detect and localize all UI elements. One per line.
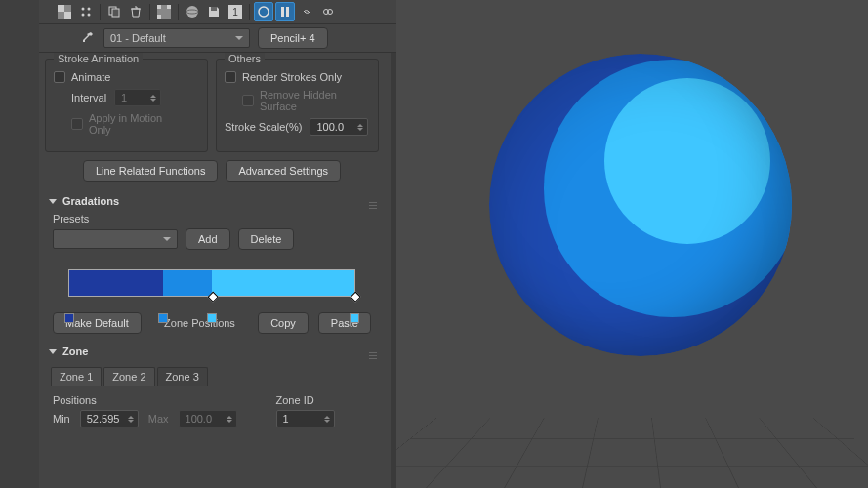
svg-rect-8 bbox=[112, 9, 119, 17]
zone-tab[interactable]: Zone 2 bbox=[103, 367, 154, 386]
eyedropper-icon[interactable] bbox=[78, 29, 96, 47]
zone-header[interactable]: Zone bbox=[39, 340, 385, 363]
animate-label: Animate bbox=[71, 71, 110, 83]
max-input: 100.0 bbox=[179, 410, 237, 427]
svg-point-13 bbox=[186, 6, 198, 18]
tool-column-active-icon[interactable] bbox=[275, 2, 295, 21]
presets-label: Presets bbox=[53, 213, 89, 224]
interval-label: Interval bbox=[71, 92, 106, 103]
stroke-animation-title: Stroke Animation bbox=[54, 53, 143, 64]
svg-rect-2 bbox=[64, 12, 71, 19]
collapse-triangle-icon bbox=[49, 349, 57, 354]
svg-point-4 bbox=[88, 8, 91, 11]
toon-sphere bbox=[489, 54, 792, 356]
3d-viewport[interactable] bbox=[396, 0, 868, 488]
svg-point-18 bbox=[259, 7, 269, 17]
viewport-grid bbox=[396, 418, 868, 488]
remove-hidden-checkbox bbox=[242, 95, 254, 106]
pencil-button[interactable]: Pencil+ 4 bbox=[258, 27, 328, 49]
interval-input[interactable]: 1 bbox=[114, 89, 161, 106]
tool-link-icon[interactable] bbox=[297, 2, 316, 21]
apply-motion-checkbox bbox=[71, 118, 83, 130]
tool-link2-icon[interactable] bbox=[318, 2, 338, 21]
tool-sphere-icon[interactable] bbox=[183, 2, 202, 21]
tool-copy-icon[interactable] bbox=[104, 2, 124, 21]
positions-label: Positions bbox=[53, 394, 237, 406]
zone-tab[interactable]: Zone 3 bbox=[157, 367, 208, 386]
svg-text:1: 1 bbox=[232, 7, 238, 18]
gradient-segment[interactable] bbox=[69, 270, 163, 296]
stroke-scale-input[interactable]: 100.0 bbox=[310, 118, 368, 136]
zone-id-label: Zone ID bbox=[276, 394, 335, 406]
tool-trash-icon[interactable] bbox=[126, 2, 145, 21]
tool-save-icon[interactable] bbox=[204, 2, 224, 21]
remove-hidden-label: Remove Hidden Surface bbox=[260, 89, 357, 112]
left-panel: Stroke Animation Animate Interval 1 Appl… bbox=[39, 53, 391, 488]
stroke-scale-label: Stroke Scale(%) bbox=[225, 121, 302, 133]
others-group: Others Render Strokes Only Remove Hidden… bbox=[216, 59, 379, 152]
presets-dropdown[interactable] bbox=[53, 229, 178, 249]
animate-checkbox[interactable] bbox=[54, 71, 65, 83]
tool-grid-a-icon[interactable] bbox=[154, 2, 174, 21]
max-label: Max bbox=[148, 413, 169, 425]
line-functions-button[interactable]: Line Related Functions bbox=[83, 160, 219, 182]
tool-circle-active-icon[interactable] bbox=[254, 2, 273, 21]
svg-rect-19 bbox=[281, 7, 284, 17]
copy-button[interactable]: Copy bbox=[258, 312, 309, 334]
tool-checker-icon[interactable] bbox=[55, 2, 74, 21]
svg-rect-20 bbox=[286, 7, 289, 17]
gradations-header[interactable]: Gradations bbox=[39, 189, 385, 213]
chevron-down-icon bbox=[163, 237, 171, 241]
zone-tab[interactable]: Zone 1 bbox=[51, 367, 102, 386]
gradient-editor[interactable] bbox=[39, 260, 385, 306]
apply-motion-label: Apply in Motion Only bbox=[89, 112, 177, 136]
render-strokes-label: Render Strokes Only bbox=[242, 71, 342, 83]
svg-rect-10 bbox=[157, 5, 161, 9]
gradient-swatch[interactable] bbox=[158, 313, 168, 323]
gradient-swatch[interactable] bbox=[64, 313, 74, 323]
zone-id-input[interactable]: 1 bbox=[276, 410, 335, 427]
preset-add-button[interactable]: Add bbox=[186, 228, 230, 250]
svg-rect-12 bbox=[157, 15, 161, 19]
min-label: Min bbox=[53, 413, 70, 425]
others-title: Others bbox=[225, 53, 265, 64]
chevron-down-icon bbox=[235, 36, 243, 40]
panel-gutter bbox=[0, 0, 39, 488]
advanced-settings-button[interactable]: Advanced Settings bbox=[226, 160, 341, 182]
paste-button[interactable]: Paste bbox=[318, 312, 371, 334]
zone-tabs: Zone 1Zone 2Zone 3 bbox=[51, 367, 373, 386]
svg-rect-1 bbox=[58, 5, 64, 12]
svg-point-6 bbox=[88, 14, 91, 17]
preset-delete-button[interactable]: Delete bbox=[238, 228, 295, 250]
svg-rect-11 bbox=[167, 5, 171, 9]
svg-point-3 bbox=[82, 8, 85, 11]
render-strokes-checkbox[interactable] bbox=[225, 71, 236, 83]
tool-dots-icon[interactable] bbox=[76, 2, 96, 21]
collapse-triangle-icon bbox=[49, 199, 57, 204]
gradient-swatch[interactable] bbox=[207, 313, 217, 323]
gradient-segment[interactable] bbox=[212, 270, 354, 296]
gradient-segment[interactable] bbox=[163, 270, 212, 296]
svg-rect-15 bbox=[211, 7, 217, 11]
tool-one-icon[interactable]: 1 bbox=[226, 2, 245, 21]
min-input[interactable]: 52.595 bbox=[80, 410, 139, 427]
brush-dropdown[interactable]: 01 - Default bbox=[103, 28, 250, 48]
gradient-swatch[interactable] bbox=[350, 313, 359, 323]
stroke-animation-group: Stroke Animation Animate Interval 1 Appl… bbox=[45, 59, 208, 152]
svg-point-5 bbox=[82, 14, 85, 17]
brush-dropdown-label: 01 - Default bbox=[110, 32, 166, 44]
